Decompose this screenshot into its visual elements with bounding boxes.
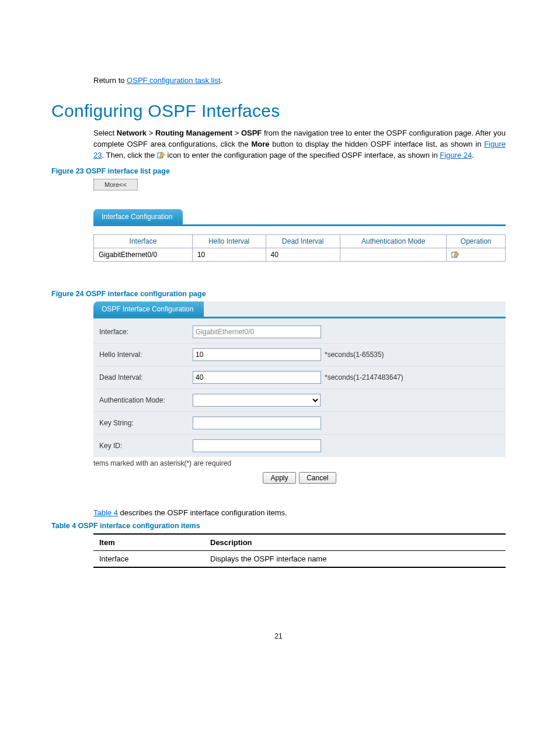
table-4-link[interactable]: Table 4 (93, 508, 118, 517)
tab-ospf-interface-config: OSPF Interface Configuration (93, 301, 204, 317)
suffix-hello: *seconds(1-65535) (325, 351, 384, 359)
cell-description: Displays the OSPF interface name (204, 551, 506, 568)
col-hello: Hello Interval (192, 234, 266, 248)
col-dead: Dead Interval (266, 234, 340, 248)
input-key-string[interactable] (193, 417, 321, 429)
input-dead-interval[interactable] (193, 371, 321, 384)
description-table: Item Description Interface Displays the … (93, 533, 506, 568)
input-key-id[interactable] (193, 439, 321, 452)
cell-item: Interface (93, 551, 204, 568)
tab-underline (93, 224, 506, 226)
label-interface: Interface: (99, 328, 193, 336)
cancel-button[interactable]: Cancel (299, 472, 336, 484)
label-key-id: Key ID: (99, 442, 193, 450)
text: button to display the hidden OSPF interf… (270, 140, 485, 148)
text: Select (93, 129, 117, 137)
return-line: Return to OSPF configuration task list. (93, 76, 506, 85)
table-row: Interface Displays the OSPF interface na… (93, 551, 506, 568)
text: icon to enter the configuration page of … (165, 151, 440, 159)
page-number: 21 (51, 632, 506, 640)
cell-dead: 40 (266, 248, 340, 262)
required-footnote: tems marked with an asterisk(*) are requ… (93, 457, 506, 467)
select-auth-mode[interactable] (193, 394, 321, 407)
figure-24-link[interactable]: Figure 24 (440, 151, 472, 159)
return-prefix: Return to (93, 76, 127, 85)
table-row: GigabitEthernet0/0 10 40 (94, 248, 506, 262)
return-suffix: . (221, 76, 223, 85)
tab-interface-configuration[interactable]: Interface Configuration (93, 209, 183, 224)
col-interface: Interface (94, 234, 193, 248)
intro-paragraph: Select Network > Routing Management > OS… (93, 128, 506, 161)
cell-auth (340, 248, 447, 262)
more-word: More (251, 140, 269, 148)
nav-network: Network (117, 129, 147, 137)
cell-operation[interactable] (447, 248, 506, 262)
figure-24-caption: Figure 24 OSPF interface configuration p… (51, 290, 506, 298)
label-hello-interval: Hello Interval: (99, 351, 193, 359)
cell-interface: GigabitEthernet0/0 (94, 248, 193, 262)
table-4-caption: Table 4 OSPF interface configuration ite… (51, 522, 506, 530)
text: describes the OSPF interface configurati… (118, 508, 287, 517)
page-heading: Configuring OSPF Interfaces (51, 101, 506, 121)
interface-table: Interface Hello Interval Dead Interval A… (93, 234, 506, 262)
input-interface (193, 325, 321, 338)
ospf-task-list-link[interactable]: OSPF configuration task list (127, 76, 220, 85)
text: > (147, 129, 155, 137)
nav-ospf: OSPF (241, 129, 262, 137)
label-key-string: Key String: (99, 419, 193, 427)
text: . Then, click the (102, 151, 156, 159)
table4-intro: Table 4 describes the OSPF interface con… (93, 508, 506, 517)
ospf-interface-form: OSPF Interface Configuration Interface: … (93, 301, 506, 457)
col-auth: Authentication Mode (340, 234, 447, 248)
suffix-dead: *seconds(1-2147483647) (325, 373, 403, 382)
text: . (472, 151, 474, 159)
more-button[interactable]: More<< (93, 179, 138, 190)
edit-icon[interactable] (451, 251, 459, 259)
apply-button[interactable]: Apply (263, 472, 295, 484)
label-auth-mode: Authentication Mode: (99, 396, 193, 404)
figure-23-caption: Figure 23 OSPF interface list page (51, 167, 506, 175)
cell-hello: 10 (192, 248, 266, 262)
col-description: Description (204, 534, 506, 551)
label-dead-interval: Dead Interval: (99, 373, 193, 382)
input-hello-interval[interactable] (193, 348, 321, 361)
edit-icon (157, 151, 165, 159)
col-operation: Operation (447, 234, 506, 248)
col-item: Item (93, 534, 204, 551)
nav-routing: Routing Management (155, 129, 232, 137)
text: > (232, 129, 241, 137)
